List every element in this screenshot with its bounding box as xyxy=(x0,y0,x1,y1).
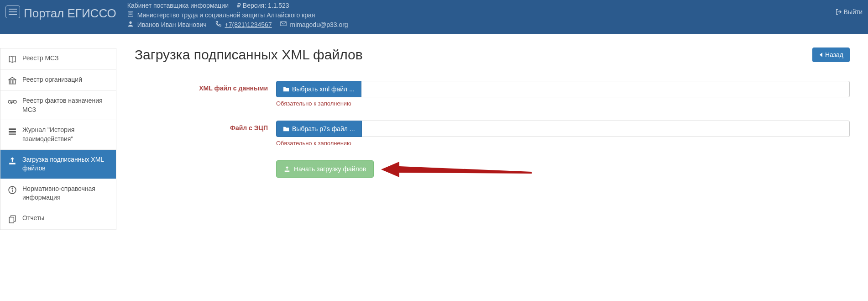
svg-point-11 xyxy=(14,100,16,103)
svg-rect-2 xyxy=(130,13,131,14)
start-upload-label: Начать загрузку файлов xyxy=(294,165,366,173)
svg-point-7 xyxy=(129,21,131,24)
svg-rect-6 xyxy=(131,14,132,15)
svg-rect-3 xyxy=(131,13,132,14)
menu-toggle-button[interactable] xyxy=(0,0,22,24)
email-label: mimagodu@p33.org xyxy=(290,21,348,28)
sidebar-item-label: Реестр МСЗ xyxy=(22,54,58,63)
portal-logo: Портал ЕГИССО xyxy=(22,0,122,21)
folder-icon xyxy=(283,126,289,132)
svg-rect-13 xyxy=(9,131,16,132)
sig-help-text: Обязательно к заполнению xyxy=(276,140,850,147)
start-upload-button[interactable]: Начать загрузку файлов xyxy=(276,160,374,178)
list-icon xyxy=(8,127,17,136)
sidebar-item-interaction-journal[interactable]: Журнал "История взаимодействия" xyxy=(0,120,116,149)
sidebar-item-label: Нормативно-справочная информация xyxy=(22,185,109,202)
sidebar-item-label: Отчеты xyxy=(22,214,44,223)
choose-p7s-label: Выбрать p7s файл ... xyxy=(292,125,355,132)
logout-button[interactable]: Выйти xyxy=(836,0,868,16)
svg-point-17 xyxy=(12,188,13,189)
sidebar-item-msz-registry[interactable]: Реестр МСЗ xyxy=(0,48,116,70)
sidebar-item-label: Загрузка подписанных XML файлов xyxy=(22,155,109,173)
sidebar-item-org-registry[interactable]: Реестр организаций xyxy=(0,70,116,91)
svg-point-10 xyxy=(8,100,11,103)
ministry-label: Министерство труда и социальной защиты А… xyxy=(137,11,315,19)
email-icon xyxy=(280,21,288,28)
xml-file-label: XML файл с данными xyxy=(135,81,276,92)
p7s-file-display xyxy=(362,121,850,137)
svg-rect-12 xyxy=(9,128,16,130)
sidebar: Реестр МСЗ Реестр организаций Реестр фак… xyxy=(0,48,116,230)
copy-icon xyxy=(8,215,17,224)
phone-link[interactable]: +7(821)1234567 xyxy=(225,21,272,28)
info-icon xyxy=(8,185,17,195)
phone-icon xyxy=(215,21,223,28)
chevron-left-icon xyxy=(819,52,823,58)
sidebar-item-facts-registry[interactable]: Реестр фактов назначения МСЗ xyxy=(0,91,116,120)
sidebar-item-label: Журнал "История взаимодействия" xyxy=(22,126,109,143)
transfer-icon xyxy=(8,97,17,106)
xml-help-text: Обязательно к заполнению xyxy=(276,100,850,107)
signature-file-label: Файл с ЭЦП xyxy=(135,121,276,132)
choose-xml-label: Выбрать xml файл ... xyxy=(292,85,355,93)
annotation-arrow xyxy=(381,158,536,185)
upload-icon xyxy=(8,156,17,165)
page-title: Загрузка подписанных XML файлов xyxy=(135,47,363,63)
svg-rect-18 xyxy=(9,217,14,223)
choose-xml-button[interactable]: Выбрать xml файл ... xyxy=(276,81,361,97)
svg-marker-19 xyxy=(381,162,532,177)
xml-file-display xyxy=(361,81,850,97)
version-label: ₽ Версия: 1.1.523 xyxy=(237,2,289,9)
back-button-label: Назад xyxy=(825,51,843,58)
svg-rect-14 xyxy=(9,133,16,134)
choose-p7s-button[interactable]: Выбрать p7s файл ... xyxy=(276,121,362,137)
sidebar-item-reports[interactable]: Отчеты xyxy=(0,208,116,230)
logout-label: Выйти xyxy=(844,8,863,16)
folder-icon xyxy=(283,86,289,92)
sidebar-item-label: Реестр фактов назначения МСЗ xyxy=(22,96,109,114)
back-button[interactable]: Назад xyxy=(812,48,850,62)
bank-icon xyxy=(8,76,17,85)
user-icon xyxy=(127,21,136,28)
sidebar-item-label: Реестр организаций xyxy=(22,75,82,84)
sidebar-item-reference-info[interactable]: Нормативно-справочная информация xyxy=(0,179,116,208)
upload-icon xyxy=(284,166,290,172)
svg-rect-1 xyxy=(129,13,130,14)
svg-rect-4 xyxy=(129,14,130,15)
user-name: Иванов Иван Иванович xyxy=(137,21,207,28)
svg-rect-5 xyxy=(130,14,131,15)
book-icon xyxy=(8,55,17,64)
cabinet-label: Кабинет поставщика информации xyxy=(127,2,229,9)
building-icon xyxy=(127,11,136,19)
sidebar-item-upload-xml[interactable]: Загрузка подписанных XML файлов xyxy=(0,150,116,179)
